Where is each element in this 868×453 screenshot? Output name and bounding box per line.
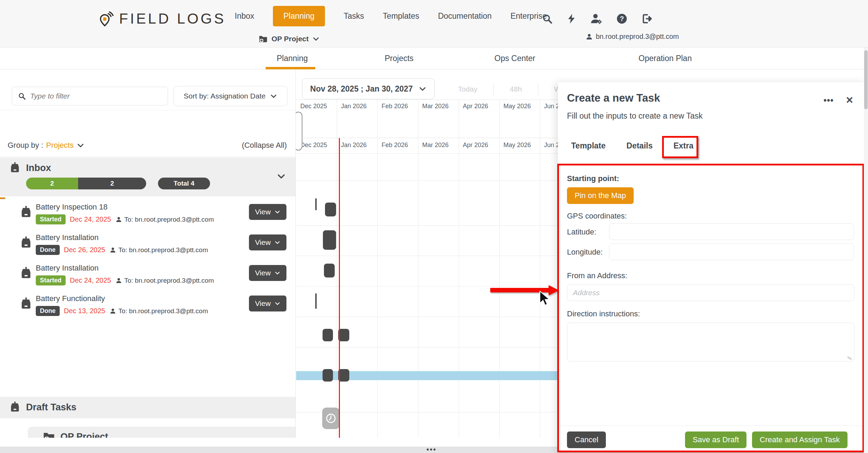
task-row[interactable]: Battery Installation Started Dec 24, 202…	[0, 260, 296, 291]
mouse-cursor	[539, 291, 551, 307]
gantt-marker[interactable]	[323, 230, 336, 250]
filter-search[interactable]	[12, 87, 168, 105]
task-title: Battery Installation	[36, 233, 99, 242]
task-title: Battery Inspection 18	[36, 203, 108, 212]
nav-tasks[interactable]: Tasks	[344, 11, 364, 21]
user-icon	[109, 308, 116, 315]
task-row[interactable]: Battery Installation Done Dec 26, 2025 T…	[0, 230, 296, 260]
search-icon[interactable]	[542, 13, 553, 24]
filter-input[interactable]	[30, 92, 162, 100]
groupby-row: Group by : Projects (Collapse All)	[0, 138, 296, 156]
help-icon[interactable]	[616, 13, 628, 25]
clock-icon	[325, 412, 337, 424]
logout-icon[interactable]	[641, 13, 653, 25]
gantt-month: Mar 2026	[422, 142, 449, 149]
sub-nav: Planning Projects Ops Center Operation P…	[0, 48, 868, 69]
chevron-down-icon	[312, 35, 320, 43]
app-logo: FIELD LOGS	[98, 10, 226, 27]
tab-projects[interactable]: Projects	[385, 54, 414, 63]
chevron-down-icon	[76, 141, 85, 149]
inbox-icon	[19, 266, 33, 280]
user-account[interactable]: bn.root.preprod.3@ptt.com	[585, 33, 679, 41]
minimap-month: Jun 2	[544, 103, 559, 110]
chevron-down-icon	[418, 85, 427, 93]
task-date: Dec 13, 2025	[64, 307, 105, 315]
nav-documentation[interactable]: Documentation	[438, 11, 492, 21]
main-nav: Inbox Planning Tasks Templates Documenta…	[235, 0, 547, 32]
task-title: Battery Installation	[36, 264, 99, 273]
lightning-icon[interactable]	[566, 13, 577, 24]
user-settings-icon[interactable]	[590, 12, 603, 25]
pending-task-chip[interactable]	[322, 408, 340, 429]
project-selector[interactable]: OP Project	[258, 34, 320, 44]
count-started-badge: 2	[26, 178, 78, 189]
nav-templates[interactable]: Templates	[383, 11, 419, 21]
panel-menu-icon[interactable]: •••	[824, 95, 834, 105]
minimap-month: May 2026	[503, 103, 531, 110]
date-range-dropdown[interactable]: Nov 28, 2025 ; Jan 30, 2027	[302, 78, 435, 99]
gantt-marker[interactable]	[323, 369, 333, 382]
inbox-count-pills: 2 2 Total 4	[26, 178, 210, 189]
task-title: Battery Functionality	[36, 294, 105, 303]
nav-planning[interactable]: Planning	[273, 6, 325, 26]
nav-inbox[interactable]: Inbox	[235, 11, 254, 21]
scrollbar-track[interactable]	[864, 48, 868, 453]
inbox-icon	[19, 297, 33, 311]
tab-planning[interactable]: Planning	[277, 54, 308, 63]
tab-ops-center[interactable]: Ops Center	[494, 54, 535, 63]
chevron-down-icon	[274, 209, 281, 215]
close-icon[interactable]: ✕	[845, 95, 853, 106]
gantt-marker[interactable]	[325, 203, 336, 216]
filter-row: Sort by: Assignation Date	[0, 69, 296, 110]
active-tab-underline	[266, 67, 315, 69]
inbox-group-header[interactable]: Inbox 2 2 Total 4	[0, 157, 296, 196]
gantt-month: May 2026	[503, 142, 531, 149]
project-selector-label: OP Project	[272, 35, 309, 43]
task-date: Dec 24, 2025	[70, 215, 111, 223]
search-icon	[18, 92, 26, 101]
view-button[interactable]: View	[249, 234, 286, 250]
groupby-dropdown[interactable]: Group by : Projects	[8, 141, 85, 150]
gantt-marker[interactable]	[323, 329, 333, 341]
gantt-marker[interactable]	[324, 264, 335, 277]
draft-tasks-header[interactable]: Draft Tasks	[0, 397, 296, 418]
zoom-today[interactable]: Today	[442, 85, 493, 93]
gantt-tick[interactable]	[315, 293, 317, 309]
chevron-down-icon[interactable]	[276, 171, 286, 181]
panel-tab-template[interactable]: Template	[571, 141, 606, 151]
tab-operation-plan[interactable]: Operation Plan	[639, 54, 692, 63]
bottom-bar-dots[interactable]: •••	[426, 445, 436, 453]
inbox-group-title: Inbox	[26, 163, 51, 173]
app-screen: FIELD LOGS Inbox Planning Tasks Template…	[0, 0, 868, 453]
minimap-month: Dec 2025	[300, 103, 327, 110]
task-list-panel: Sort by: Assignation Date Group by : Pro…	[0, 69, 296, 453]
zoom-48h[interactable]: 48h	[494, 85, 538, 93]
annotation-form-box	[557, 164, 864, 452]
view-button[interactable]: View	[249, 204, 286, 220]
top-header: FIELD LOGS Inbox Planning Tasks Template…	[0, 0, 868, 48]
sort-dropdown[interactable]: Sort by: Assignation Date	[174, 86, 287, 106]
footer-spacer	[0, 438, 558, 447]
view-button[interactable]: View	[249, 296, 286, 311]
divider	[0, 157, 296, 157]
user-icon	[115, 277, 122, 284]
sort-label: Sort by: Assignation Date	[184, 92, 266, 100]
task-row[interactable]: Battery Inspection 18 Started Dec 24, 20…	[0, 199, 296, 230]
gantt-month: Feb 2026	[382, 142, 408, 149]
status-badge: Started	[36, 275, 66, 285]
user-icon	[115, 216, 122, 223]
panel-tab-details[interactable]: Details	[626, 141, 652, 151]
status-badge: Done	[36, 306, 60, 316]
collapse-all-link[interactable]: (Collapse All)	[242, 141, 287, 150]
scrollbar-thumb[interactable]	[864, 50, 868, 109]
minimap-month: Feb 2026	[382, 103, 408, 110]
task-row[interactable]: Battery Functionality Done Dec 13, 2025 …	[0, 291, 296, 321]
fieldlogs-pin-icon	[98, 11, 114, 27]
minimap-month: Mar 2026	[422, 103, 449, 110]
task-assignee: To: bn.root.preprod.3@ptt.com	[115, 216, 214, 223]
gantt-tick[interactable]	[315, 198, 317, 210]
view-button[interactable]: View	[249, 265, 286, 281]
status-badge: Started	[36, 214, 66, 224]
user-icon	[109, 247, 116, 254]
draft-tasks-title: Draft Tasks	[26, 402, 76, 413]
